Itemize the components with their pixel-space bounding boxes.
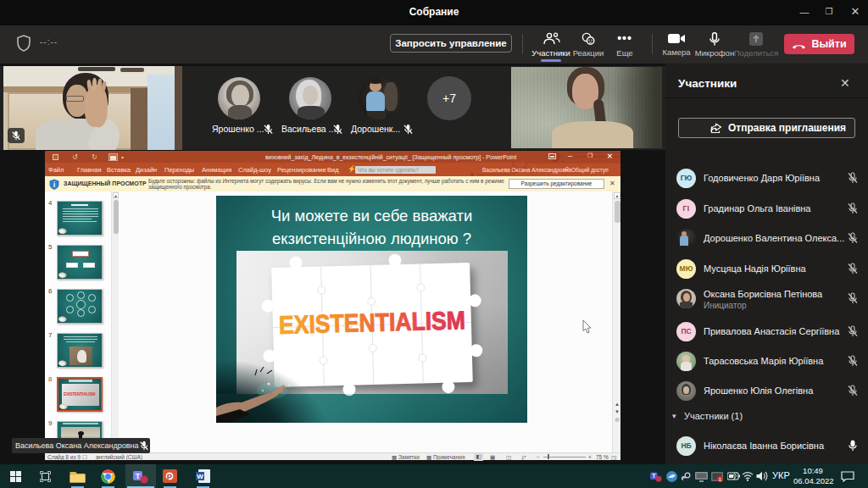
svg-text:T: T [136, 472, 141, 480]
svg-text:1: 1 [719, 477, 721, 482]
svg-text:W: W [197, 473, 203, 480]
svg-text:i: i [53, 180, 56, 189]
svg-text:EXISTENTIALISM: EXISTENTIALISM [279, 306, 466, 339]
svg-text:P: P [167, 472, 173, 481]
